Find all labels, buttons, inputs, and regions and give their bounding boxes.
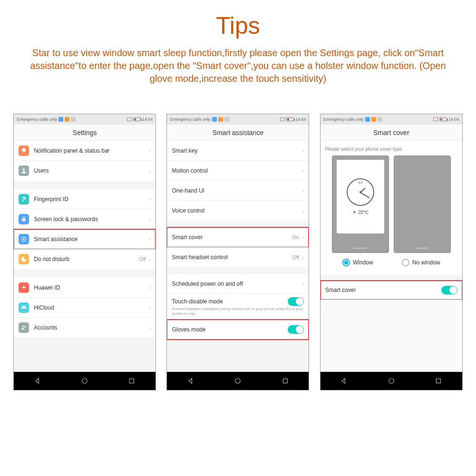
chevron-right-icon: › [149, 235, 151, 243]
row-huaweiid[interactable]: Huawei ID › [14, 278, 155, 298]
row-dnd[interactable]: Do not disturb Off › [14, 249, 155, 269]
carrier-text: Emergency calls only [17, 117, 57, 122]
svg-rect-1 [22, 218, 26, 221]
radio-label: Window [353, 259, 373, 266]
row-label: Scheduled power on and off [172, 281, 302, 287]
back-button[interactable] [340, 377, 348, 385]
status-icon [65, 117, 69, 122]
home-button[interactable] [80, 377, 89, 385]
clock-text: 14:04 [295, 117, 306, 122]
row-label: Huawei ID [34, 284, 149, 291]
radio-window[interactable]: Window [342, 259, 373, 266]
row-touchdisable[interactable]: Touch-disable mode Prevent mistaken oper… [167, 294, 309, 320]
svg-point-10 [389, 379, 394, 384]
cover-nowindow-preview[interactable]: HUAWEI [394, 155, 451, 253]
status-bar: Emergency calls only 14:04 [321, 114, 462, 125]
toggle-switch[interactable] [441, 286, 457, 294]
svg-rect-11 [437, 379, 441, 383]
chevron-right-icon: › [149, 167, 151, 175]
back-button[interactable] [33, 377, 42, 385]
sim-icon [433, 117, 438, 121]
row-voice[interactable]: Voice control› [167, 201, 309, 221]
row-label: Gloves mode [172, 326, 288, 333]
assist-icon [19, 234, 29, 244]
radio-nowindow[interactable]: No window [402, 259, 440, 266]
accounts-icon [19, 322, 29, 333]
status-icon [218, 117, 223, 122]
row-label: Notification panel & status bar [34, 147, 149, 154]
chevron-right-icon: › [302, 147, 304, 154]
row-description: Prevent mistaken operations being carrie… [172, 306, 304, 316]
row-label: Screen lock & passwords [34, 216, 149, 223]
row-label: Users [34, 167, 149, 174]
chevron-right-icon: › [302, 167, 304, 174]
row-motion[interactable]: Motion control› [167, 161, 309, 181]
user-icon [19, 165, 29, 176]
screen-title: Smart cover [321, 125, 462, 141]
row-label: Do not disturb [34, 256, 139, 262]
chevron-right-icon: › [149, 195, 151, 203]
row-smartkey[interactable]: Smart key› [167, 141, 309, 161]
row-value: Off [292, 254, 299, 260]
row-scheduled[interactable]: Scheduled power on and off› [167, 274, 309, 294]
weather-text: ☀ 28℃ [352, 210, 369, 215]
brand-label: HUAWEI [415, 247, 429, 250]
row-screenlock[interactable]: Screen lock & passwords › [14, 209, 155, 229]
row-label: Accounts [34, 324, 149, 331]
row-label: Smart cover [172, 234, 292, 241]
battery-icon [133, 117, 141, 121]
row-users[interactable]: Users › [14, 161, 155, 181]
moon-icon [19, 254, 29, 264]
row-hicloud[interactable]: HiCloud › [14, 298, 155, 318]
svg-rect-7 [130, 379, 134, 383]
row-fingerprint[interactable]: Fingerprint ID › [14, 189, 155, 209]
clock-icon: 12 [347, 178, 374, 206]
chevron-right-icon: › [302, 233, 304, 241]
chevron-right-icon: › [302, 187, 304, 194]
screen-title: Settings [14, 125, 155, 141]
bell-icon [19, 146, 29, 156]
huawei-icon [19, 282, 29, 293]
row-smart-cover-toggle[interactable]: Smart cover [321, 281, 462, 300]
row-label: Voice control [172, 207, 302, 214]
recents-button[interactable] [434, 377, 443, 385]
android-navbar [167, 372, 309, 390]
row-onehand[interactable]: One-hand UI› [167, 181, 309, 201]
cloud-icon [19, 302, 29, 313]
status-icon [365, 117, 370, 122]
row-headset[interactable]: Smart headset controlOff› [167, 247, 309, 267]
svg-rect-9 [283, 379, 287, 383]
cover-window-preview[interactable]: 12 ☀ 28℃ HUAWEI [332, 155, 389, 253]
row-smartcover[interactable]: Smart coverOn› [167, 227, 309, 247]
toggle-switch[interactable] [288, 325, 304, 334]
svg-point-3 [23, 238, 25, 240]
row-label: Smart assistance [34, 236, 149, 243]
phone-smart-assistance: Emergency calls only 14:04 Smart assista… [166, 114, 309, 390]
toggle-switch[interactable] [288, 297, 304, 306]
row-gloves[interactable]: Gloves mode [167, 320, 309, 340]
recents-button[interactable] [127, 377, 136, 385]
home-button[interactable] [387, 377, 396, 385]
status-icon [71, 117, 76, 122]
battery-icon [286, 117, 294, 121]
sim-icon [280, 117, 285, 121]
chevron-right-icon: › [149, 256, 151, 263]
carrier-text: Emergency calls only [170, 117, 210, 122]
row-value: On [292, 234, 299, 240]
recents-button[interactable] [281, 377, 290, 385]
battery-icon [439, 117, 447, 121]
row-label: Smart cover [325, 287, 441, 293]
lock-icon [19, 214, 29, 224]
svg-point-6 [82, 379, 87, 384]
radio-label: No window [412, 259, 440, 266]
svg-point-4 [22, 326, 24, 328]
home-button[interactable] [233, 377, 242, 385]
radio-icon [342, 259, 350, 266]
chevron-right-icon: › [302, 254, 304, 261]
caption-text: Please select your phone cover type. [325, 146, 457, 152]
row-smart-assistance[interactable]: Smart assistance › [14, 229, 155, 249]
row-accounts[interactable]: Accounts › [14, 318, 155, 338]
row-notification[interactable]: Notification panel & status bar › [14, 141, 155, 161]
back-button[interactable] [186, 377, 195, 385]
chevron-right-icon: › [149, 304, 151, 311]
